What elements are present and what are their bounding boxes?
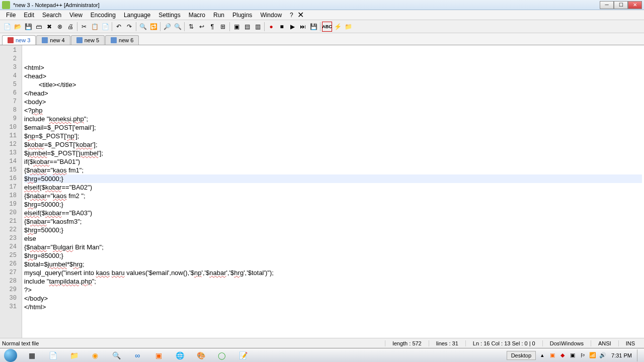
toolbar: 📄 📂 💾 🗃 ✖ ⊗ 🖨 ✂ 📋 📄 ↶ ↷ 🔍 🔁 🔎 🔍 ⇅ ↩ ¶ ⊞ … — [0, 20, 644, 33]
wordwrap-icon[interactable]: ↩ — [197, 22, 207, 32]
maximize-button[interactable]: ☐ — [614, 1, 628, 9]
tab-label: new 4 — [50, 37, 64, 43]
play-macro-icon[interactable]: ▶ — [287, 22, 297, 32]
sync-scroll-icon[interactable]: ⇅ — [186, 22, 196, 32]
menu-search[interactable]: Search — [38, 11, 65, 20]
inner-close-icon[interactable]: ✕ — [297, 10, 304, 20]
separator — [320, 22, 320, 31]
cut-icon[interactable]: ✂ — [79, 22, 89, 32]
close-all-icon[interactable]: ⊗ — [55, 22, 65, 32]
status-length: length : 572 — [385, 340, 429, 346]
redo-icon[interactable]: ↷ — [124, 22, 134, 32]
menu-file[interactable]: File — [2, 11, 20, 20]
unfold-icon[interactable]: ▤ — [242, 22, 252, 32]
tab-modified-icon — [8, 37, 14, 43]
taskbar-xampp[interactable]: ▣ — [148, 349, 169, 361]
separator — [184, 22, 185, 31]
replace-icon[interactable]: 🔁 — [148, 22, 158, 32]
taskbar-magnifier[interactable]: 🔍 — [106, 349, 126, 361]
title-bar: *new 3 - Notepad++ [Administrator] ─ ☐ ✕ — [0, 0, 644, 10]
show-desktop-edge[interactable] — [637, 349, 641, 361]
separator — [112, 22, 112, 31]
separator — [136, 22, 136, 31]
record-macro-icon[interactable]: ● — [266, 22, 276, 32]
hide-lines-icon[interactable]: ▥ — [253, 22, 263, 32]
window-title: *new 3 - Notepad++ [Administrator] — [13, 2, 600, 8]
indent-guide-icon[interactable]: ⊞ — [218, 22, 228, 32]
minimize-button[interactable]: ─ — [600, 1, 614, 9]
tray-app-icon[interactable]: ▣ — [549, 352, 556, 359]
windows-orb-icon — [4, 349, 17, 362]
menu-language[interactable]: Language — [120, 11, 154, 20]
tab-bar: new 3 new 4 new 5 new 6 — [0, 33, 644, 45]
menu-bar: File Edit Search View Encoding Language … — [0, 10, 644, 20]
taskbar-chrome[interactable]: 🌐 — [170, 349, 190, 361]
copy-icon[interactable]: 📋 — [90, 22, 100, 32]
separator — [77, 22, 77, 31]
menu-window[interactable]: Window — [256, 11, 286, 20]
zoom-out-icon[interactable]: 🔍 — [173, 22, 183, 32]
paste-icon[interactable]: 📄 — [100, 22, 110, 32]
close-button[interactable]: ✕ — [628, 1, 642, 9]
taskbar-app2[interactable]: ◯ — [212, 349, 232, 361]
save-macro-icon[interactable]: 💾 — [308, 22, 318, 32]
menu-run[interactable]: Run — [209, 11, 228, 20]
tray-flag-icon[interactable]: 🏳 — [579, 352, 586, 359]
new-file-icon[interactable]: 📄 — [2, 22, 12, 32]
tray-app-icon[interactable]: ◆ — [559, 352, 566, 359]
menu-settings[interactable]: Settings — [154, 11, 184, 20]
tab-new-4[interactable]: new 4 — [36, 35, 70, 45]
show-chars-icon[interactable]: ¶ — [207, 22, 217, 32]
fold-icon[interactable]: ▣ — [231, 22, 242, 32]
start-button[interactable] — [0, 348, 21, 363]
editor[interactable]: 1234567891011121314151617181920212223242… — [0, 45, 644, 340]
taskbar-paint[interactable]: 🎨 — [191, 349, 211, 361]
print-icon[interactable]: 🖨 — [65, 22, 75, 32]
status-lines: lines : 31 — [429, 340, 465, 346]
play-multi-icon[interactable]: ⏭ — [298, 22, 308, 32]
app-icon — [2, 1, 10, 9]
undo-icon[interactable]: ↶ — [114, 22, 124, 32]
taskbar-notepad[interactable]: 📝 — [233, 349, 253, 361]
status-eol: Dos\Windows — [542, 340, 591, 346]
stop-macro-icon[interactable]: ■ — [277, 22, 287, 32]
status-file-type: Normal text file — [2, 340, 385, 346]
menu-view[interactable]: View — [65, 11, 87, 20]
line-number-gutter: 1234567891011121314151617181920212223242… — [0, 45, 22, 340]
find-icon[interactable]: 🔍 — [138, 22, 148, 32]
tab-icon — [111, 37, 117, 43]
save-all-icon[interactable]: 🗃 — [34, 22, 44, 32]
separator — [160, 22, 160, 31]
code-area[interactable]: <html><head> <title></title></head><body… — [22, 45, 644, 340]
tab-new-5[interactable]: new 5 — [71, 35, 105, 45]
menu-edit[interactable]: Edit — [20, 11, 38, 20]
menu-help[interactable]: ? — [286, 11, 297, 20]
zoom-in-icon[interactable]: 🔎 — [162, 22, 172, 32]
save-icon[interactable]: 💾 — [23, 22, 33, 32]
open-file-icon[interactable]: 📂 — [13, 22, 23, 32]
tray-network-icon[interactable]: 📶 — [589, 352, 596, 359]
spellcheck-icon[interactable]: ABC — [322, 22, 332, 32]
separator — [229, 22, 230, 31]
taskbar-explorer[interactable]: 📄 — [43, 349, 63, 361]
windows-taskbar: ▦ 📄 📁 ◉ 🔍 ∞ ▣ 🌐 🎨 ◯ 📝 Desktop ▴ ▣ ◆ ▣ 🏳 … — [0, 348, 644, 362]
taskbar-clock[interactable]: 7:31 PM — [609, 352, 634, 358]
menu-macro[interactable]: Macro — [185, 11, 209, 20]
taskbar-app[interactable]: ∞ — [127, 349, 147, 361]
show-desktop-button[interactable]: Desktop — [507, 351, 536, 360]
tray-app-icon[interactable]: ▣ — [569, 352, 576, 359]
menu-plugins[interactable]: Plugins — [228, 11, 256, 20]
compare-icon[interactable]: ⚡ — [333, 22, 343, 32]
taskbar-folder[interactable]: 📁 — [64, 349, 84, 361]
close-file-icon[interactable]: ✖ — [44, 22, 54, 32]
taskbar-item[interactable]: ▦ — [22, 349, 42, 361]
status-insert-mode: INS — [618, 340, 642, 346]
tray-volume-icon[interactable]: 🔊 — [599, 352, 606, 359]
explorer-icon[interactable]: 📁 — [343, 22, 353, 32]
tray-chevron-icon[interactable]: ▴ — [539, 352, 546, 359]
menu-encoding[interactable]: Encoding — [87, 11, 120, 20]
tab-new-3[interactable]: new 3 — [2, 35, 36, 45]
status-bar: Normal text file length : 572 lines : 31… — [0, 338, 644, 348]
taskbar-media[interactable]: ◉ — [85, 349, 105, 361]
tab-new-6[interactable]: new 6 — [105, 35, 139, 45]
